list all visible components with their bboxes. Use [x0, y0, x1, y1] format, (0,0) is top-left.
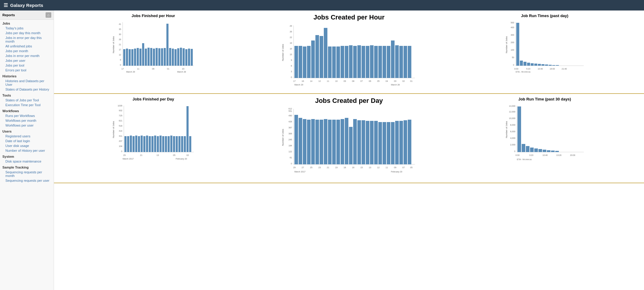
svg-rect-36 — [188, 49, 190, 66]
svg-text:13: 13 — [369, 166, 371, 169]
section-tools: Tools — [0, 92, 54, 98]
svg-rect-250 — [534, 148, 538, 152]
svg-rect-160 — [168, 136, 170, 152]
svg-rect-116 — [527, 63, 530, 66]
sidebar-item-workflows-per-month[interactable]: Workflows per month — [0, 118, 54, 123]
svg-text:2,000: 2,000 — [510, 144, 515, 146]
sidebar-item-date-last-login[interactable]: Date of last login — [0, 139, 54, 143]
svg-rect-64 — [320, 36, 323, 78]
svg-text:35: 35 — [119, 28, 121, 30]
svg-rect-192 — [303, 119, 306, 164]
svg-text:3: 3 — [291, 70, 292, 73]
sidebar-item-runs-per-workflows[interactable]: Runs per Workflows — [0, 113, 54, 118]
svg-rect-37 — [191, 49, 193, 66]
chart-row-2: Jobs Finished per Day 0 104 207 311 414 … — [54, 94, 644, 183]
svg-rect-32 — [177, 48, 179, 66]
svg-text:02: 02 — [186, 154, 189, 156]
svg-rect-115 — [523, 62, 526, 66]
svg-text:21: 21 — [327, 166, 329, 169]
svg-text:11: 11 — [137, 68, 139, 70]
sidebar-item-jobs-per-day-month[interactable]: Jobs per day this month — [0, 31, 54, 35]
svg-text:0: 0 — [120, 64, 121, 66]
chart-title-job-run-times-day: Job Run Times (past day) — [521, 13, 568, 18]
chart-jobs-created-hour: Jobs Created per Hour 0 3 6 9 13 16 19 2… — [253, 13, 446, 88]
svg-text:14,000: 14,000 — [509, 105, 515, 107]
svg-rect-70 — [345, 46, 348, 78]
svg-rect-209 — [374, 121, 378, 164]
sidebar-item-jobs-per-user[interactable]: Jobs per user — [0, 58, 54, 63]
svg-text:6,000: 6,000 — [510, 130, 515, 133]
svg-rect-20 — [145, 49, 147, 66]
sidebar-item-jobs-per-tool[interactable]: Jobs per tool — [0, 63, 54, 68]
svg-rect-79 — [383, 46, 386, 78]
svg-rect-157 — [160, 136, 162, 152]
svg-rect-74 — [362, 46, 365, 78]
sidebar-item-errors-per-tool[interactable]: Errors per tool — [0, 68, 54, 73]
svg-rect-71 — [349, 45, 353, 78]
sidebar-item-jobs-per-month[interactable]: Jobs per month — [0, 49, 54, 53]
svg-text:07: 07 — [360, 80, 363, 82]
sidebar-item-todays-jobs[interactable]: Today's jobs — [0, 26, 54, 31]
svg-text:March 29: March 29 — [294, 84, 303, 86]
svg-text:10:40: 10:40 — [542, 154, 548, 156]
svg-text:07: 07 — [402, 166, 405, 169]
svg-text:01: 01 — [167, 68, 169, 70]
svg-text:0: 0 — [513, 64, 514, 66]
sidebar-item-seq-requests-month[interactable]: Sequencing requests per month — [0, 170, 54, 178]
svg-rect-150 — [141, 136, 143, 152]
svg-rect-155 — [154, 136, 156, 152]
svg-rect-83 — [399, 46, 403, 78]
svg-rect-152 — [146, 136, 148, 152]
sidebar-item-jobs-error-per-day[interactable]: Jobs in error per day this month — [0, 35, 54, 44]
svg-text:05: 05 — [410, 166, 413, 169]
sidebar-item-seq-requests-user[interactable]: Sequencing requests per user — [0, 178, 54, 183]
svg-rect-193 — [307, 120, 311, 164]
sidebar-item-history-per-user[interactable]: Number of History per user — [0, 148, 54, 153]
svg-text:6: 6 — [291, 65, 292, 67]
svg-text:23: 23 — [318, 166, 321, 169]
svg-text:04: 04 — [386, 80, 388, 82]
svg-rect-144 — [124, 136, 127, 152]
sidebar-item-user-disk-usage[interactable]: User disk usage — [0, 143, 54, 148]
svg-rect-147 — [133, 136, 135, 152]
home-button[interactable]: ⌂ — [46, 12, 51, 18]
svg-rect-196 — [320, 120, 323, 164]
svg-rect-59 — [299, 46, 302, 78]
svg-rect-212 — [387, 122, 390, 164]
svg-text:0: 0 — [514, 150, 515, 152]
svg-rect-213 — [391, 122, 395, 164]
sidebar-item-states-datasets-history[interactable]: States of Datasets per History — [0, 87, 54, 92]
svg-text:16: 16 — [352, 166, 354, 169]
svg-text:1035: 1035 — [118, 105, 123, 107]
sidebar-item-all-unfinished[interactable]: All unfinished jobs — [0, 44, 54, 49]
chart-svg-run-times-day: 0 50 100 200 300 400 500 Number of Jobs — [504, 19, 585, 73]
svg-rect-113 — [516, 23, 519, 66]
svg-text:6: 6 — [120, 59, 121, 61]
svg-text:Number of Jobs: Number of Jobs — [282, 44, 284, 61]
sidebar-item-disk-space[interactable]: Disk space maintenance — [0, 159, 54, 164]
chart-title-job-run-time-30days: Job Run Time (past 30 days) — [518, 97, 571, 101]
section-system: System — [0, 153, 54, 159]
svg-text:17: 17 — [293, 80, 296, 82]
svg-text:13:20: 13:20 — [556, 154, 562, 156]
sidebar-item-jobs-error-per-month[interactable]: Jobs in error per month — [0, 53, 54, 58]
svg-text:29: 29 — [293, 166, 296, 169]
sidebar-item-workflows-per-user[interactable]: Workflows per user — [0, 123, 54, 128]
svg-rect-78 — [378, 46, 382, 78]
svg-rect-82 — [395, 45, 399, 78]
chart-jobs-finished-day: Jobs Finished per Day 0 104 207 311 414 … — [57, 97, 250, 163]
svg-rect-123 — [552, 65, 555, 66]
svg-rect-62 — [311, 40, 315, 78]
svg-text:367: 367 — [288, 127, 292, 129]
sidebar-item-histories-datasets-user[interactable]: Histories and Datasets per User — [0, 79, 54, 87]
svg-text:9: 9 — [291, 59, 292, 61]
sidebar-item-registered-users[interactable]: Registered users — [0, 134, 54, 139]
sidebar-item-execution-time-tool[interactable]: Execution Time per Tool — [0, 103, 54, 107]
sidebar: Reports ⌂ Jobs Today's jobs Jobs per day… — [0, 10, 54, 290]
chart-svg-finished-hour: 0 6 12 17 21 26 30 35 41 Number of Jobs — [111, 19, 195, 73]
hamburger-icon[interactable]: ☰ — [4, 2, 8, 8]
svg-text:26: 26 — [119, 38, 121, 40]
svg-text:29: 29 — [123, 154, 126, 156]
sidebar-item-states-jobs-tool[interactable]: States of Jobs per Tool — [0, 98, 54, 103]
svg-rect-247 — [522, 144, 525, 152]
